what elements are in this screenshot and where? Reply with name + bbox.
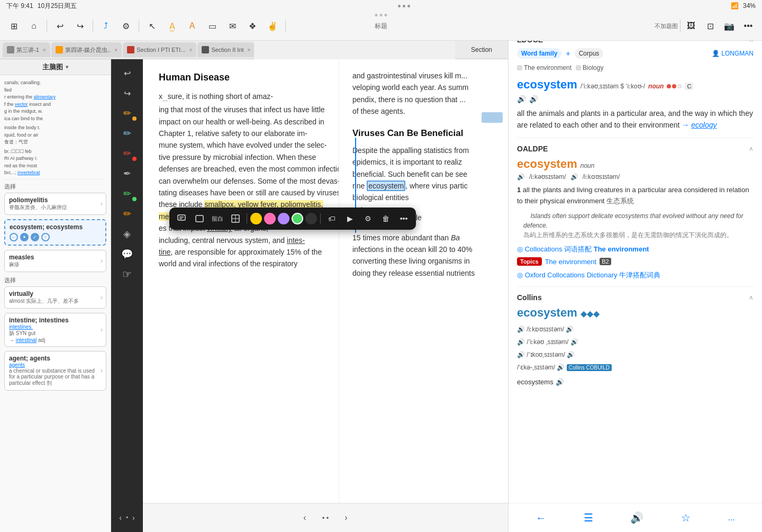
- mindmap-collapse-icon[interactable]: ▾: [66, 64, 68, 70]
- image-button[interactable]: 🖼: [683, 17, 700, 34]
- card-controls-ecosystem: – ● ✓ ○: [10, 233, 101, 241]
- ft-play-btn[interactable]: ▶: [342, 211, 358, 227]
- undo-button[interactable]: ↩: [51, 17, 68, 34]
- cursor-button[interactable]: ↖: [143, 17, 160, 34]
- mindmap-nav-next[interactable]: ›: [132, 513, 135, 522]
- collins-sound-7[interactable]: 🔊: [557, 364, 565, 371]
- home-button[interactable]: ⌂: [25, 17, 42, 34]
- ft-table-btn[interactable]: [228, 211, 243, 227]
- pen-stroke-tool[interactable]: ✒: [115, 164, 139, 183]
- dict-nav-star[interactable]: ☆: [681, 511, 691, 524]
- sidebar-card-intestine[interactable]: intestine; intestines intestines. 肠 SYN …: [4, 313, 106, 347]
- pen-red-tool[interactable]: ✏: [115, 144, 139, 163]
- finger-tool[interactable]: ☞: [115, 265, 139, 284]
- tab-section-2[interactable]: Section II Int ×: [197, 42, 254, 57]
- shapes-button[interactable]: ❖: [244, 17, 261, 34]
- oaldpe-sound-2[interactable]: 🔊: [570, 173, 578, 181]
- pen-gold-tool[interactable]: ✏: [115, 104, 139, 123]
- cursor-alt-button[interactable]: ✌: [264, 17, 281, 34]
- sidebar-card-virtually[interactable]: virtually almost 实际上、几乎、差不多 ›: [4, 286, 106, 309]
- ft-color-black[interactable]: [305, 213, 317, 224]
- collins-sound-1[interactable]: 🔊: [517, 326, 525, 333]
- card-title-measles: measles: [9, 254, 102, 261]
- nav-right-button[interactable]: ›: [344, 513, 347, 522]
- tag-corpus[interactable]: Corpus: [575, 48, 604, 59]
- card-ctrl-check[interactable]: ✓: [31, 233, 39, 241]
- textbox-button[interactable]: ▭: [204, 17, 221, 34]
- sidebar-card-ecosystem[interactable]: ecosystem; ecosystems – ● ✓ ○: [4, 219, 106, 246]
- undo-tool-button[interactable]: ↩: [115, 64, 139, 83]
- ft-card-btn[interactable]: [192, 211, 207, 227]
- card-link-agent[interactable]: agents: [9, 362, 102, 368]
- tab-label-1: 第三讲-1: [16, 46, 39, 54]
- redo-button[interactable]: ↪: [71, 17, 88, 34]
- topics-env-link[interactable]: The environment: [545, 258, 597, 266]
- highlight-yellow-button[interactable]: A̲: [164, 17, 180, 34]
- ldoce-sound-btn-2[interactable]: 🔊: [529, 95, 538, 103]
- dictionary-panel: ‹ ecosystem ☆ LDOCE ∧ Word family + Corp…: [508, 0, 762, 532]
- card-ctrl-minus[interactable]: –: [10, 233, 18, 241]
- pen-green-tool[interactable]: ✏: [115, 184, 139, 203]
- oaldpe-collocations-link[interactable]: ◎ Collocations 词语搭配 The environment: [517, 245, 649, 253]
- redo-tool-button[interactable]: ↪: [115, 84, 139, 103]
- card-ctrl-empty[interactable]: ○: [41, 233, 50, 241]
- lasso-tool[interactable]: ◈: [115, 224, 139, 244]
- speech-tool[interactable]: 💬: [115, 245, 139, 264]
- sidebar-card-agent[interactable]: agent; agents agents a chemical or subst…: [4, 351, 106, 391]
- dict-nav-list[interactable]: ☰: [584, 511, 593, 524]
- ldoce-sound-btn[interactable]: 🔊: [517, 95, 526, 103]
- envelope-button[interactable]: ✉: [224, 17, 241, 34]
- ft-tag-btn[interactable]: 🏷: [324, 211, 340, 227]
- tag-word-family[interactable]: Word family: [517, 48, 561, 59]
- pen-orange-tool[interactable]: ✏: [115, 204, 139, 223]
- tab-close-2[interactable]: ×: [114, 47, 117, 53]
- sidebar-toggle-button[interactable]: ⊞: [5, 17, 22, 34]
- card-ctrl-dot[interactable]: ●: [20, 233, 29, 241]
- sidebar-card-measles[interactable]: measles 麻疹 ›: [4, 250, 106, 272]
- more-toolbar-button[interactable]: •••: [740, 17, 757, 34]
- ft-annotation-btn[interactable]: [174, 211, 189, 227]
- collins-sound-5[interactable]: 🔊: [517, 351, 525, 358]
- collins-sound-2[interactable]: 🔊: [566, 326, 574, 333]
- dict-nav-sound[interactable]: 🔊: [630, 511, 643, 524]
- tag-plus[interactable]: +: [566, 49, 570, 58]
- pen-blue-tool[interactable]: ✏: [115, 124, 139, 143]
- collins-sound-6[interactable]: 🔊: [567, 351, 575, 358]
- collins-sound-4[interactable]: 🔊: [570, 338, 578, 346]
- dict-nav-more[interactable]: ...: [728, 513, 734, 522]
- camera-button[interactable]: 📷: [721, 17, 738, 34]
- card-subtitle-measles: 麻疹: [9, 261, 102, 268]
- share-button[interactable]: ⤴: [97, 17, 114, 34]
- card-link-intestine[interactable]: intestines.: [9, 324, 102, 330]
- ft-divider-2: [320, 213, 321, 224]
- tab-close-1[interactable]: ×: [43, 47, 46, 53]
- ft-color-purple[interactable]: [278, 213, 289, 224]
- dot-1: [667, 84, 671, 88]
- ft-settings-alt-btn[interactable]: ⚙: [360, 211, 376, 227]
- sidebar-card-poliomyelitis[interactable]: poliomyelitis 脊髓灰质炎、小儿麻痹症 ›: [4, 193, 106, 215]
- tab-close-4[interactable]: ×: [248, 47, 251, 53]
- mindmap-nav-prev[interactable]: ‹: [119, 513, 122, 522]
- highlight-orange-button[interactable]: A: [184, 17, 201, 34]
- ft-more-actions-btn[interactable]: •••: [396, 211, 412, 227]
- crop-button[interactable]: ⊡: [702, 17, 719, 34]
- settings-button[interactable]: ⚙: [117, 17, 134, 34]
- oxford-colls-link[interactable]: ◎ Oxford Collocations Dictionary 牛津搭配词典: [517, 271, 660, 279]
- ldoce-link-word[interactable]: ecology: [691, 121, 716, 129]
- oaldpe-sound-1[interactable]: 🔊: [517, 173, 525, 181]
- ft-color-yellow[interactable]: [250, 213, 262, 224]
- nav-left-button[interactable]: ‹: [303, 513, 306, 522]
- collins-plural-sound[interactable]: 🔊: [556, 378, 564, 386]
- tab-close-3[interactable]: ×: [189, 47, 193, 53]
- dict-nav-back[interactable]: ←: [536, 512, 546, 524]
- card-arrow-intestine: ›: [101, 326, 103, 333]
- ft-color-green[interactable]: [292, 213, 303, 224]
- tag-longman[interactable]: 👤 LONGMAN: [712, 50, 754, 57]
- ft-color-pink[interactable]: [264, 213, 276, 224]
- tab-third-lecture[interactable]: 第三讲-1 ×: [3, 42, 50, 57]
- tab-fourth-lecture[interactable]: 第四讲-媒介昆虫.. ×: [51, 42, 122, 57]
- ft-liubai-btn[interactable]: 留白: [210, 211, 225, 227]
- collins-sound-3[interactable]: 🔊: [517, 338, 525, 346]
- ft-delete-btn[interactable]: 🗑: [378, 211, 394, 227]
- tab-section-1[interactable]: Section I PTI ETI... ×: [123, 42, 196, 57]
